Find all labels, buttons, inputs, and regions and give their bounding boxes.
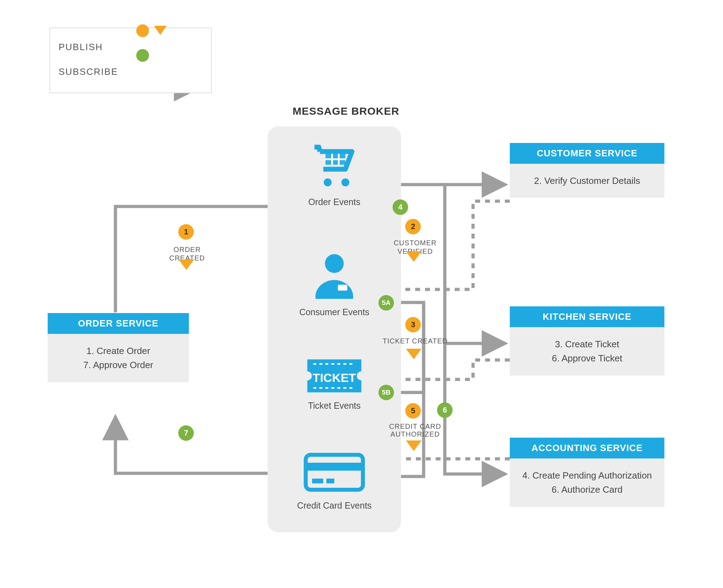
- step-7-circle: 7: [178, 425, 194, 441]
- service-kitchen-line1: 3. Create Ticket: [517, 337, 657, 351]
- svg-point-4: [324, 179, 332, 187]
- step-2-num: 2: [411, 222, 415, 231]
- svg-text:TICKET: TICKET: [313, 371, 356, 384]
- event-credit-label: Credit Card Events: [268, 500, 401, 511]
- legend-box: PUBLISH SUBSCRIBE: [49, 28, 212, 93]
- step-1-triangle-icon: [179, 259, 194, 270]
- service-order-line1: 1. Create Order: [55, 344, 182, 358]
- service-customer-line1: 2. Verify Customer Details: [517, 174, 657, 188]
- service-accounting: ACCOUNTING SERVICE 4. Create Pending Aut…: [510, 438, 664, 507]
- svg-point-6: [325, 254, 343, 273]
- step-5-circle: 5: [405, 403, 421, 419]
- step-5-triangle-icon: [406, 440, 422, 451]
- step-2-triangle-icon: [406, 251, 422, 262]
- legend-row-publish: PUBLISH: [59, 35, 203, 59]
- step-6-num: 6: [443, 406, 447, 415]
- service-customer-body: 2. Verify Customer Details: [510, 164, 664, 198]
- event-order-label: Order Events: [268, 197, 401, 207]
- person-icon: [306, 247, 363, 304]
- step-4-num: 4: [398, 203, 402, 212]
- svg-rect-11: [306, 455, 363, 490]
- step-2-circle: 2: [405, 219, 421, 234]
- service-accounting-body: 4. Create Pending Authorization 6. Autho…: [510, 458, 664, 507]
- event-credit: Credit Card Events: [268, 448, 401, 511]
- step-4-circle: 4: [393, 199, 408, 215]
- service-accounting-line1: 4. Create Pending Authorization: [517, 468, 657, 482]
- step-5-num: 5: [411, 406, 415, 415]
- svg-point-5: [341, 179, 349, 187]
- diagram-canvas: PUBLISH SUBSCRIBE MESSAGE BROKER: [0, 0, 723, 588]
- service-customer-title: CUSTOMER SERVICE: [510, 143, 664, 164]
- step-5-text-l1: CREDIT CARD: [383, 422, 447, 431]
- service-order: ORDER SERVICE 1. Create Order 7. Approve…: [48, 313, 189, 382]
- step-5b-num: 5B: [382, 389, 390, 396]
- step-3-text: TICKET CREATED: [380, 337, 450, 345]
- step-1-circle: 1: [178, 224, 194, 240]
- legend-orange-circle-icon: [136, 24, 149, 37]
- step-5a-num: 5A: [382, 299, 390, 307]
- legend-subscribe-symbols: [129, 61, 203, 82]
- event-order: Order Events: [268, 140, 401, 207]
- step-5a-circle: 5A: [378, 295, 394, 311]
- service-order-title: ORDER SERVICE: [48, 313, 189, 334]
- service-kitchen-title: KITCHEN SERVICE: [510, 306, 664, 327]
- event-ticket-label: Ticket Events: [268, 401, 401, 411]
- step-3-circle: 3: [405, 317, 421, 332]
- service-accounting-title: ACCOUNTING SERVICE: [510, 438, 664, 458]
- legend-green-circle-icon: [136, 49, 149, 62]
- svg-rect-12: [306, 463, 363, 471]
- service-accounting-line2: 6. Authorize Card: [517, 482, 657, 497]
- service-kitchen-body: 3. Create Ticket 6. Approve Ticket: [510, 327, 664, 376]
- service-kitchen-line2: 6. Approve Ticket: [517, 351, 657, 365]
- step-5-text-l2: AUTHORIZED: [383, 430, 447, 438]
- event-ticket: TICKET Ticket Events: [268, 355, 401, 411]
- service-kitchen: KITCHEN SERVICE 3. Create Ticket 6. Appr…: [510, 306, 664, 376]
- legend-row-subscribe: SUBSCRIBE: [59, 59, 203, 84]
- legend-orange-triangle-icon: [154, 26, 167, 35]
- broker-title: MESSAGE BROKER: [275, 105, 417, 117]
- ticket-icon: TICKET: [304, 355, 364, 397]
- step-3-triangle-icon: [406, 349, 422, 359]
- credit-card-icon: [303, 448, 366, 497]
- svg-rect-7: [338, 285, 347, 291]
- step-1-num: 1: [184, 227, 188, 236]
- svg-rect-13: [312, 479, 323, 484]
- step-7-num: 7: [184, 428, 188, 438]
- legend-subscribe-label: SUBSCRIBE: [59, 66, 129, 77]
- service-order-body: 1. Create Order 7. Approve Order: [48, 334, 189, 382]
- step-6-circle: 6: [437, 402, 453, 418]
- legend-publish-label: PUBLISH: [59, 42, 129, 53]
- svg-rect-14: [327, 479, 335, 484]
- service-order-line2: 7. Approve Order: [55, 358, 182, 372]
- step-3-num: 3: [411, 320, 415, 329]
- service-customer: CUSTOMER SERVICE 2. Verify Customer Deta…: [510, 143, 664, 198]
- shopping-cart-icon: [304, 140, 364, 193]
- step-5b-circle: 5B: [378, 385, 394, 400]
